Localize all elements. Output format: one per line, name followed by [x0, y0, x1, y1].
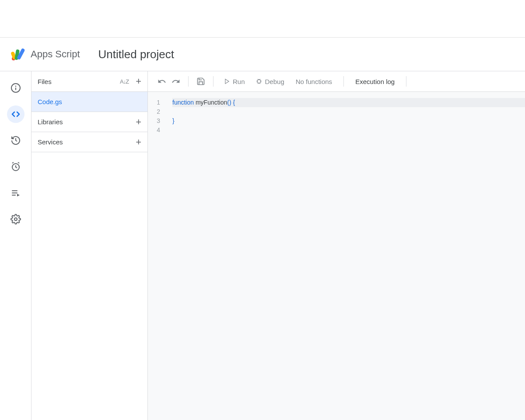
undo-icon[interactable]	[156, 75, 168, 88]
sort-icon[interactable]: A↓Z	[120, 78, 129, 85]
run-button[interactable]: Run	[220, 74, 249, 88]
file-item-label: Code.gs	[38, 98, 62, 105]
code-line: }	[172, 116, 525, 126]
top-spacer	[0, 0, 525, 38]
services-section[interactable]: Services +	[32, 132, 147, 152]
add-service-icon[interactable]: +	[136, 136, 141, 148]
svg-line-8	[12, 162, 14, 163]
line-number: 1	[148, 98, 160, 107]
services-label: Services	[38, 138, 63, 146]
code-content[interactable]: function myFunction() { }	[172, 98, 525, 420]
debug-button[interactable]: Debug	[251, 74, 289, 88]
add-file-icon[interactable]: +	[136, 76, 141, 87]
code-line: function myFunction() {	[172, 98, 525, 107]
alarm-icon[interactable]	[7, 158, 24, 175]
editor-area: Run Debug No functions Execution log 1 2…	[148, 71, 525, 420]
line-number: 2	[148, 107, 160, 116]
toolbar-divider	[406, 76, 406, 87]
svg-line-9	[18, 162, 19, 163]
add-library-icon[interactable]: +	[136, 116, 141, 128]
toolbar: Run Debug No functions Execution log	[148, 71, 525, 92]
apps-script-logo	[9, 46, 26, 63]
svg-marker-15	[225, 79, 229, 84]
files-header: Files A↓Z +	[32, 71, 147, 92]
libraries-section[interactable]: Libraries +	[32, 112, 147, 132]
run-label: Run	[233, 78, 245, 85]
function-selector[interactable]: No functions	[290, 78, 337, 85]
app-name: Apps Script	[31, 49, 80, 60]
files-title: Files	[38, 78, 52, 85]
execution-log-button[interactable]: Execution log	[350, 78, 400, 85]
nav-rail	[0, 71, 31, 420]
toolbar-divider	[188, 76, 189, 87]
main-content: Files A↓Z + Code.gs Libraries + Services…	[0, 71, 525, 420]
code-editor[interactable]: 1 2 3 4 function myFunction() { }	[148, 92, 525, 420]
libraries-label: Libraries	[38, 118, 63, 126]
svg-point-14	[14, 218, 17, 220]
svg-point-16	[257, 80, 261, 83]
debug-label: Debug	[265, 78, 284, 85]
overview-icon[interactable]	[7, 79, 24, 97]
code-line	[172, 126, 525, 135]
code-line	[172, 107, 525, 116]
file-item-code-gs[interactable]: Code.gs	[32, 92, 147, 112]
save-icon[interactable]	[195, 75, 207, 88]
svg-marker-13	[17, 194, 20, 196]
settings-icon[interactable]	[7, 210, 24, 228]
triggers-history-icon[interactable]	[7, 132, 24, 149]
executions-icon[interactable]	[7, 184, 24, 202]
file-panel: Files A↓Z + Code.gs Libraries + Services…	[31, 71, 148, 420]
line-number: 3	[148, 116, 160, 126]
line-number: 4	[148, 126, 160, 135]
toolbar-divider	[343, 76, 344, 87]
project-title[interactable]: Untitled project	[98, 48, 174, 61]
line-gutter: 1 2 3 4	[148, 98, 172, 420]
editor-icon[interactable]	[7, 105, 24, 123]
toolbar-divider	[213, 76, 214, 87]
redo-icon[interactable]	[170, 75, 182, 88]
header: Apps Script Untitled project	[0, 38, 525, 71]
